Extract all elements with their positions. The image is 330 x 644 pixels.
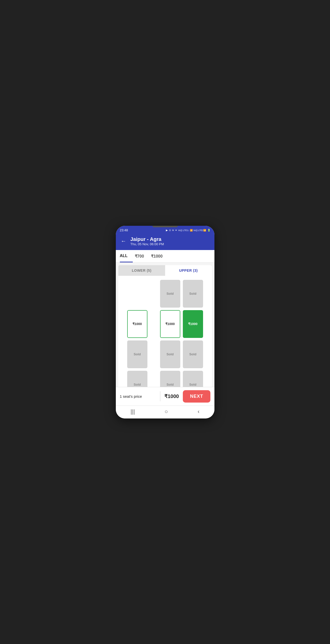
seat-r2-left[interactable]: ₹1000 [127, 310, 147, 338]
seat-row-1: Sold Sold [122, 280, 208, 308]
seat-r4-right2[interactable]: Sold [183, 371, 203, 387]
wifi-icon: ≋ [172, 229, 174, 232]
seat-r4-right1[interactable]: Sold [160, 371, 180, 387]
header-title-block: Jaipur - Agra Thu, 05 Nov, 06:00 PM [130, 236, 164, 246]
col-gap-r3 [150, 340, 158, 368]
filter-tabs: ALL ₹700 ₹1000 [116, 250, 214, 263]
next-button[interactable]: NEXT [183, 390, 210, 403]
seat-map: Sold Sold ₹1000 ₹1000 ₹1000 [118, 280, 212, 387]
seat-row-2: ₹1000 ₹1000 ₹1000 [122, 310, 208, 338]
filter-tab-all[interactable]: ALL [120, 250, 133, 262]
col-gap-r2 [150, 310, 158, 338]
bluetooth-icon: ✦ [175, 229, 177, 232]
seat-row-4: Sold Sold Sold [122, 371, 208, 387]
route-datetime: Thu, 05 Nov, 06:00 PM [130, 242, 164, 246]
phone-frame: 23:48 ▶ ⊙ ≋ ✦ Vo)) LTE1↕ 📶 Vo)) LTE2📶 🔋 … [116, 226, 214, 418]
nav-home-icon[interactable]: ○ [165, 408, 168, 415]
seat-r3-left[interactable]: Sold [127, 340, 147, 368]
seat-r4-left[interactable]: Sold [127, 371, 147, 387]
filter-tab-1000[interactable]: ₹1000 [151, 250, 168, 262]
seat-map-wrapper: Sold Sold ₹1000 ₹1000 ₹1000 [118, 276, 212, 387]
shield-icon: ⊙ [169, 229, 171, 232]
seat-r2-right2[interactable]: ₹1000 [183, 310, 203, 338]
nav-bar: ||| ○ ‹ [116, 406, 214, 418]
seat-r2-right1[interactable]: ₹1000 [160, 310, 180, 338]
price-label: 1 seat's price [120, 394, 156, 399]
app-header: ← Jaipur - Agra Thu, 05 Nov, 06:00 PM [116, 234, 214, 250]
tab-lower[interactable]: LOWER (5) [118, 265, 165, 276]
price-divider [160, 391, 160, 401]
bottom-bar: 1 seat's price ₹1000 NEXT [116, 387, 214, 406]
spacer-r1 [127, 280, 147, 308]
nav-menu-icon[interactable]: ||| [130, 408, 135, 415]
col-gap-r1 [150, 280, 158, 308]
seat-r1-right2[interactable]: Sold [183, 280, 203, 308]
tab-upper[interactable]: UPPER (3) [165, 265, 212, 276]
seat-section-tabs: LOWER (5) UPPER (3) [118, 265, 212, 276]
nav-back-icon[interactable]: ‹ [197, 408, 199, 415]
play-icon: ▶ [166, 229, 168, 232]
status-icons: ▶ ⊙ ≋ ✦ Vo)) LTE1↕ 📶 Vo)) LTE2📶 🔋 [166, 229, 210, 232]
notch [152, 226, 178, 227]
col-gap-r4 [150, 371, 158, 387]
battery-icon: 🔋 [207, 229, 210, 232]
price-amount: ₹1000 [164, 393, 179, 399]
route-title: Jaipur - Agra [130, 236, 164, 242]
seat-r3-right2[interactable]: Sold [183, 340, 203, 368]
seat-r3-right1[interactable]: Sold [160, 340, 180, 368]
filter-tab-700[interactable]: ₹700 [135, 250, 149, 262]
back-button[interactable]: ← [120, 237, 127, 245]
price-info: 1 seat's price [120, 394, 156, 399]
signal-icons: Vo)) LTE1↕ 📶 Vo)) LTE2📶 [178, 229, 206, 232]
status-time: 23:48 [120, 228, 128, 232]
seat-r1-right1[interactable]: Sold [160, 280, 180, 308]
seat-row-3: Sold Sold Sold [122, 340, 208, 368]
